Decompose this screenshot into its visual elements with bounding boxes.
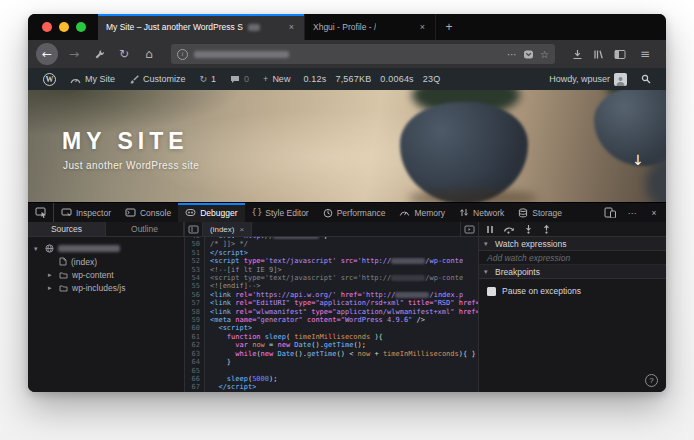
devtools-tab-storage[interactable]: Storage <box>511 203 569 222</box>
close-editor-tab-icon[interactable]: × <box>239 225 244 234</box>
step-in-icon[interactable] <box>524 225 533 234</box>
source-tree-item[interactable]: ▸wp-content <box>28 268 184 281</box>
expand-panes-icon[interactable] <box>460 222 478 236</box>
page-actions-icon[interactable]: ⋯ <box>507 49 517 60</box>
wp-new-menu[interactable]: + New <box>256 68 297 90</box>
home-icon[interactable]: ⌂ <box>140 45 158 63</box>
devtools-tab-memory[interactable]: Memory <box>392 203 452 222</box>
wp-updates-menu[interactable]: ↻ 1 <box>193 68 224 90</box>
step-out-icon[interactable] <box>542 225 551 234</box>
code-line[interactable]: 65 <box>185 367 478 375</box>
source-tree-item[interactable]: ▾ <box>28 242 184 255</box>
pocket-icon[interactable] <box>523 49 534 60</box>
line-number[interactable]: 58 <box>185 308 205 316</box>
close-tab-icon[interactable]: × <box>418 22 427 32</box>
wp-account-menu[interactable]: Howdy, wpuser <box>542 68 634 90</box>
menu-icon[interactable]: ≡ <box>636 45 654 63</box>
download-icon[interactable] <box>572 49 583 60</box>
bookmark-star-icon[interactable]: ☆ <box>540 49 549 60</box>
close-tab-icon[interactable]: × <box>287 22 296 32</box>
tab-sources[interactable]: Sources <box>28 222 106 236</box>
line-number[interactable]: 67 <box>185 383 205 391</box>
responsive-design-icon[interactable] <box>600 203 620 222</box>
devtools-tab-console[interactable]: Console <box>118 203 178 222</box>
reload-icon[interactable]: ↻ <box>115 45 133 63</box>
code-line[interactable]: 54<script type='text/javascript' src='ht… <box>185 274 478 282</box>
site-title[interactable]: MY SITE <box>62 128 189 155</box>
library-icon[interactable] <box>593 49 604 60</box>
line-number[interactable]: 66 <box>185 375 205 383</box>
devtools-close-icon[interactable]: × <box>644 203 664 222</box>
query-monitor-stats[interactable]: 0.12s 7,567KB 0.0064s 23Q <box>297 74 440 84</box>
twisty-open-icon[interactable]: ▾ <box>34 245 41 253</box>
wp-site-menu[interactable]: My Site <box>63 68 122 90</box>
wp-logo-menu[interactable]: W <box>36 68 63 90</box>
editor-tab-index[interactable]: (index) × <box>203 222 252 236</box>
line-number[interactable]: 53 <box>185 266 205 274</box>
code-line[interactable]: 62 var now = new Date().getTime(); <box>185 341 478 349</box>
devtools-tab-performance[interactable]: Performance <box>316 203 393 222</box>
devtools-tab-debugger[interactable]: Debugger <box>178 203 244 222</box>
line-number[interactable]: 64 <box>185 358 205 366</box>
code-line[interactable]: 59<meta name="generator" content="WordPr… <box>185 316 478 324</box>
address-bar[interactable]: i ⋯ ☆ <box>171 44 555 64</box>
zoom-window-button[interactable] <box>76 22 86 32</box>
code-line[interactable]: 56<link rel='https://api.w.org/' href='h… <box>185 291 478 299</box>
close-window-button[interactable] <box>42 22 52 32</box>
line-number[interactable]: 57 <box>185 299 205 307</box>
code-line[interactable]: 67 </script> <box>185 383 478 391</box>
code-line[interactable]: 51</script> <box>185 249 478 257</box>
line-number[interactable]: 51 <box>185 249 205 257</box>
site-info-icon[interactable]: i <box>177 49 188 60</box>
code-line[interactable]: 52<script type='text/javascript' src='ht… <box>185 257 478 265</box>
twisty-closed-icon[interactable]: ▸ <box>48 284 55 292</box>
back-button[interactable]: ← <box>36 43 58 65</box>
pause-icon[interactable] <box>486 225 494 234</box>
line-number[interactable]: 60 <box>185 324 205 332</box>
collapse-sources-icon[interactable] <box>185 222 203 236</box>
code-line[interactable]: 50/* ]]> */ <box>185 240 478 248</box>
devtools-more-icon[interactable]: ⋯ <box>622 203 642 222</box>
code-line[interactable]: 64 } <box>185 358 478 366</box>
wp-comments-menu[interactable]: 0 <box>223 68 256 90</box>
line-number[interactable]: 59 <box>185 316 205 324</box>
pause-on-exceptions-checkbox[interactable] <box>487 287 496 296</box>
pick-element-button[interactable] <box>28 203 54 222</box>
code-line[interactable]: 60 <script> <box>185 324 478 332</box>
sidebar-icon[interactable] <box>614 49 626 60</box>
step-over-icon[interactable] <box>503 225 515 234</box>
wp-search-button[interactable] <box>634 68 658 90</box>
devtools-tab-inspector[interactable]: Inspector <box>54 203 118 222</box>
line-number[interactable]: 63 <box>185 350 205 358</box>
new-tab-button[interactable]: + <box>436 14 462 40</box>
line-number[interactable]: 52 <box>185 257 205 265</box>
line-number[interactable]: 65 <box>185 367 205 375</box>
browser-tab-xhgui[interactable]: Xhgui - Profile - / × <box>304 14 436 40</box>
watch-expressions-header[interactable]: ▾ Watch expressions <box>479 237 666 251</box>
code-line[interactable]: 55<![endif]--> <box>185 282 478 290</box>
line-number[interactable]: 62 <box>185 341 205 349</box>
devtools-tab-network[interactable]: Network <box>452 203 511 222</box>
devtools-tab-style-editor[interactable]: { }Style Editor <box>245 203 316 222</box>
browser-tab-my-site[interactable]: My Site – Just another WordPress S × <box>98 14 304 40</box>
minimize-window-button[interactable] <box>59 22 69 32</box>
source-tree-item[interactable]: (index) <box>28 255 184 268</box>
wrench-icon[interactable] <box>90 45 108 63</box>
add-watch-expression-input[interactable]: Add watch expression <box>479 251 666 265</box>
line-number[interactable]: 50 <box>185 240 205 248</box>
code-line[interactable]: 66 sleep(5000); <box>185 375 478 383</box>
code-line[interactable]: 53<!--[if lt IE 9]> <box>185 266 478 274</box>
code-line[interactable]: 61 function sleep( timeInMilliseconds ){ <box>185 333 478 341</box>
tab-outline[interactable]: Outline <box>106 222 184 236</box>
scroll-down-arrow[interactable]: ↓ <box>632 152 644 168</box>
twisty-closed-icon[interactable]: ▸ <box>48 271 55 279</box>
source-tree-item[interactable]: ▸wp-includes/js <box>28 281 184 294</box>
code-line[interactable]: 57<link rel="EditURI" type="application/… <box>185 299 478 307</box>
breakpoints-header[interactable]: ▾ Breakpoints <box>479 265 666 279</box>
forward-button[interactable]: → <box>65 45 83 63</box>
source-code[interactable]: 49 src: 'http://';50/* ]]> */51</script>… <box>185 237 478 392</box>
help-button[interactable]: ? <box>645 374 658 387</box>
line-number[interactable]: 54 <box>185 274 205 282</box>
line-number[interactable]: 56 <box>185 291 205 299</box>
wp-customize-link[interactable]: Customize <box>122 68 193 90</box>
